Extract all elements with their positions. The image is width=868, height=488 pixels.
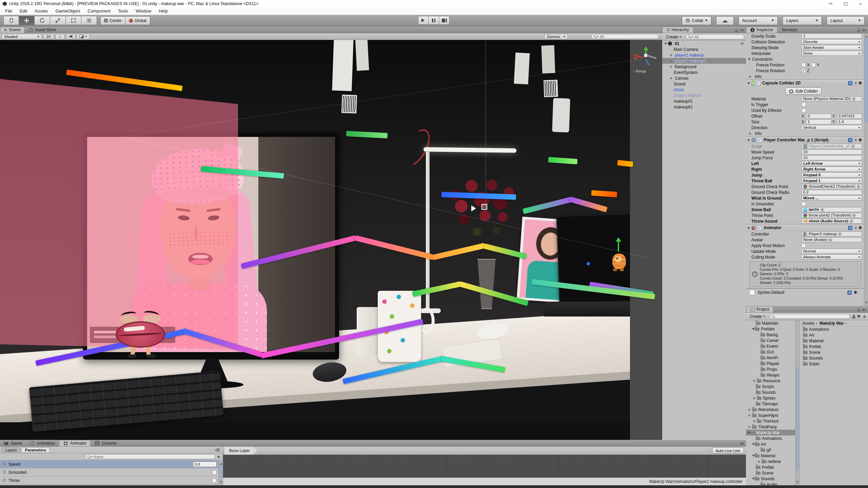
jump-force-field[interactable]: 15 xyxy=(802,155,862,160)
lighting-toggle-button[interactable]: ☼ xyxy=(55,34,65,39)
tab-animation[interactable]: Animation xyxy=(26,440,59,446)
minimize-button[interactable] xyxy=(823,0,838,7)
animator-graph[interactable]: Base Layer Auto Live Link MakeUp War/Ani… xyxy=(223,447,746,485)
maximize-button[interactable] xyxy=(838,0,853,7)
drag-handle-icon[interactable]: ☰ xyxy=(3,470,6,474)
project-tree-item-scripts[interactable]: Scripts xyxy=(746,384,799,389)
add-parameter-button[interactable]: + xyxy=(217,454,220,460)
parameters-scrollbar[interactable] xyxy=(218,461,223,485)
layers-dropdown[interactable]: Layers xyxy=(783,16,822,25)
culling-mode-dropdown[interactable]: Always Animate xyxy=(802,255,862,260)
jump-dropdown[interactable]: Keypad 0 xyxy=(802,172,862,178)
object-picker-icon[interactable] xyxy=(857,185,860,188)
tab-animator[interactable]: Animator xyxy=(59,440,91,446)
collision-detection-dropdown[interactable]: Discrete xyxy=(802,39,862,44)
shading-mode-dropdown[interactable]: Shaded xyxy=(1,34,42,39)
sleeping-mode-dropdown[interactable]: Start Awake xyxy=(802,45,862,50)
right-dropdown[interactable]: Right Arrow xyxy=(802,167,862,172)
play-button[interactable] xyxy=(418,16,429,25)
hierarchy-item-eventsystem[interactable]: EventSystem xyxy=(662,69,746,75)
throw-sound-object-field[interactable]: shoot (Audio Source) xyxy=(802,219,862,224)
interpolate-dropdown[interactable]: None xyxy=(802,51,862,56)
project-folder-animations[interactable]: Animations xyxy=(800,326,868,332)
gear-icon[interactable]: ✱ xyxy=(854,290,857,295)
scene-orientation-gizmo[interactable] xyxy=(630,41,660,70)
project-folder-sounds[interactable]: Sounds xyxy=(800,355,868,361)
parameter-value-field[interactable]: 0.0 xyxy=(193,462,217,467)
project-tree-item-prefabs[interactable]: Prefabs xyxy=(746,326,799,332)
rotate-tool-button[interactable] xyxy=(35,16,50,25)
close-button[interactable]: × xyxy=(853,0,868,7)
menu-component[interactable]: Component xyxy=(84,8,114,14)
menu-window[interactable]: Window xyxy=(132,8,155,14)
ground-check-radio-field[interactable]: 0.2 xyxy=(802,190,862,195)
controller-object-field[interactable]: Player2 makeup xyxy=(802,231,862,237)
menu-help[interactable]: Help xyxy=(155,8,172,14)
tab-game[interactable]: Game xyxy=(0,440,26,446)
move-tool-button[interactable] xyxy=(19,16,35,25)
capsule-collider-header[interactable]: ✓ Capsule Collider 2D ?≡✱ xyxy=(746,79,864,86)
presets-icon[interactable]: ≡ xyxy=(854,81,856,85)
freeze-y-checkbox[interactable] xyxy=(811,63,816,67)
project-tree-item-prefab[interactable]: Prefab xyxy=(746,464,799,470)
material-object-field[interactable]: None (Physics Material 2D) xyxy=(802,96,862,101)
breadcrumb[interactable]: Assets▸ MakeUp War▸ xyxy=(800,320,868,326)
project-tree-item-tilemaps[interactable]: Tilemaps xyxy=(746,401,799,407)
parameter-search-input[interactable]: Name xyxy=(85,454,215,459)
is-trigger-checkbox[interactable] xyxy=(802,102,806,107)
project-tree-item-scene[interactable]: Scene xyxy=(746,470,799,476)
rigidbody-info-foldout[interactable]: Info xyxy=(746,74,864,79)
project-tree-item-ranbow[interactable]: ranbow xyxy=(746,459,799,464)
perspective-label[interactable]: ‹ Persp xyxy=(633,69,646,73)
parameter-row-throw[interactable]: ☰Throw xyxy=(0,476,223,485)
offset-y-field[interactable]: 0.047422 xyxy=(837,114,862,119)
project-tree-item-weapo[interactable]: Weapo xyxy=(746,372,799,378)
project-tree-item-thirdparty[interactable]: ThirdParty xyxy=(746,424,799,430)
transform-tool-button[interactable] xyxy=(81,16,97,25)
menu-assets[interactable]: Assets xyxy=(31,8,52,14)
project-folder-art[interactable]: Art xyxy=(800,332,868,338)
axis-toggle-button[interactable]: Global xyxy=(125,16,150,25)
panel-menu-icon[interactable]: ▾≡ xyxy=(862,307,866,312)
effects-dropdown[interactable] xyxy=(77,34,90,39)
project-tree-item-thehunt[interactable]: TheHunt xyxy=(746,418,799,424)
project-tree-item-camer[interactable]: Camer xyxy=(746,338,799,343)
help-icon[interactable]: ? xyxy=(847,290,852,295)
tab-scene[interactable]: #Scene xyxy=(0,26,25,33)
object-picker-icon[interactable] xyxy=(852,97,855,101)
panel-menu-icon[interactable]: ▾≡ xyxy=(740,441,744,446)
object-picker-icon[interactable] xyxy=(821,208,824,211)
ground-check-point-object-field[interactable]: GroundCheck2 (Transform) xyxy=(802,184,862,189)
gear-icon[interactable]: ✱ xyxy=(859,138,862,142)
move-speed-field[interactable]: 10 xyxy=(802,149,862,155)
panel-menu-icon[interactable]: ▾≡ xyxy=(740,28,744,33)
project-tree-item-sprites[interactable]: Sprites xyxy=(746,395,799,401)
help-icon[interactable]: ? xyxy=(848,138,852,142)
component-enabled-checkbox[interactable]: ✓ xyxy=(756,81,761,85)
account-dropdown[interactable]: Account xyxy=(738,16,778,25)
project-tree-item-itempi[interactable]: ItemPi xyxy=(746,355,799,361)
inspector-scrollbar[interactable] xyxy=(864,33,868,306)
project-tree-item-materials[interactable]: Materials xyxy=(746,320,799,326)
favorites-icon[interactable]: ★ xyxy=(863,314,866,319)
project-folder-material[interactable]: Material xyxy=(800,338,868,344)
project-tree-item-animations[interactable]: Animations xyxy=(746,435,799,441)
person-filter-icon[interactable] xyxy=(852,314,855,318)
collab-button[interactable]: ✓Collab xyxy=(682,16,711,25)
constraints-foldout[interactable]: Constraints xyxy=(746,56,864,62)
tab-hierarchy[interactable]: ☰Hierarchy xyxy=(662,26,693,33)
layout-dropdown[interactable]: Layout xyxy=(827,16,865,25)
object-picker-icon[interactable] xyxy=(852,214,856,217)
object-picker-icon[interactable] xyxy=(838,232,842,236)
project-folder-scene[interactable]: Scene xyxy=(800,349,868,355)
menu-tools[interactable]: Tools xyxy=(114,8,132,14)
hierarchy-item-sound[interactable]: Sound xyxy=(662,81,746,87)
lock-icon[interactable] xyxy=(857,30,860,32)
project-tree-item-resource[interactable]: Resource xyxy=(746,378,799,384)
project-folder-sripts[interactable]: Sripts xyxy=(800,361,868,367)
direction-dropdown[interactable]: Vertical xyxy=(802,125,862,130)
project-tree-item-audio[interactable]: Audio xyxy=(746,482,799,485)
tab-services[interactable]: Services xyxy=(777,26,801,33)
player-controller-header[interactable]: ✓ Player Controller War_p 1 (Script) ?≡✱ xyxy=(746,136,864,143)
left-dropdown[interactable]: Left Arrow xyxy=(802,161,862,166)
